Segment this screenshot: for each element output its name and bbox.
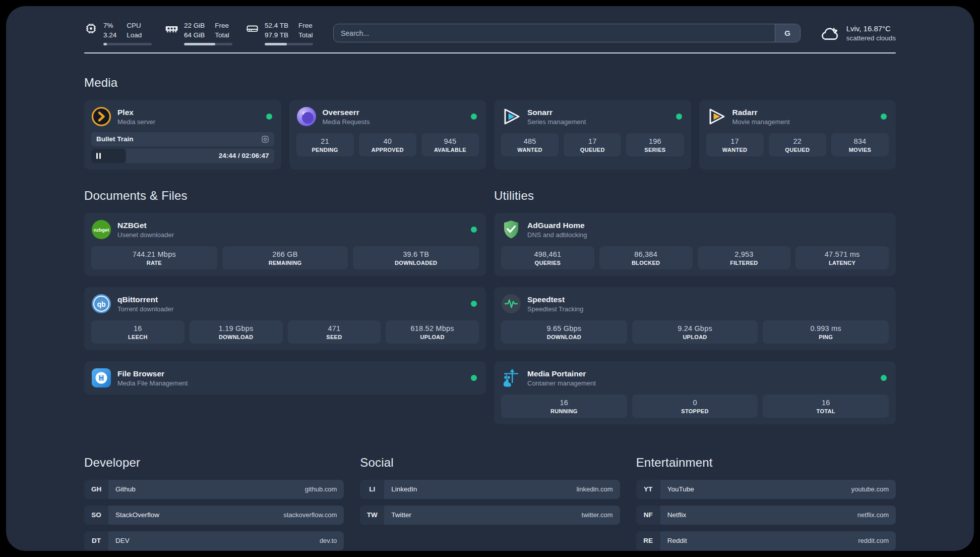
memory-progress-bar [184,43,232,45]
service-title: Media Portainer [527,369,875,378]
stat-label: QUEUED [771,147,824,153]
service-title: NZBGet [117,220,465,230]
stat-value: 744.21 Mbps [93,250,215,258]
service-card-sonarr[interactable]: Sonarr Series management 485 WANTED 17 Q… [494,100,691,170]
service-title: Radarr [732,107,875,117]
service-title: Overseerr [323,107,465,117]
bookmark-url: netflix.com [858,511,889,519]
status-online-dot [471,114,477,120]
stat-label: MOVIES [833,147,887,153]
service-card-overseerr[interactable]: Overseerr Media Requests 21 PENDING 40 A… [289,100,486,170]
service-subtitle: Torrent downloader [117,305,465,313]
service-subtitle: Movie management [732,118,875,126]
service-card-nzbget[interactable]: nzbget NZBGet Usenet downloader 744.21 M… [84,213,486,276]
service-title: AdGuard Home [527,220,889,230]
stat-value: 47.571 ms [798,250,887,258]
stat-label: WANTED [503,147,557,153]
bookmark-linkedin[interactable]: LI LinkedIn linkedin.com [360,480,620,499]
service-subtitle: Usenet downloader [117,231,465,239]
service-card-adguard[interactable]: AdGuard Home DNS and adblocking 498,461 … [494,213,896,276]
bookmark-github[interactable]: GH Github github.com [84,480,344,499]
stat-tile: 0.993 ms PING [763,320,889,344]
section-title-developer: Developer [84,456,344,470]
stat-tile: 16 TOTAL [763,395,889,418]
now-playing-title: Bullet Train [96,135,257,143]
memory-total-label: Total [215,31,229,40]
status-online-dot [881,375,887,381]
bookmark-abbr: LI [360,480,384,499]
bookmark-reddit[interactable]: RE Reddit reddit.com [636,531,896,550]
bookmark-twitter[interactable]: TW Twitter twitter.com [360,506,620,525]
memory-stat-widget: 22 GiB 64 GiB Free Total [165,21,232,45]
bookmark-url: stackoverflow.com [283,511,337,519]
camera-icon [261,135,269,143]
status-online-dot [881,114,887,120]
stat-value: 834 [833,137,887,145]
stat-tile: 744.21 Mbps RATE [91,246,217,269]
media-grid: Plex Media server Bullet Train [84,100,896,170]
cpu-stat-widget: 7% 3.24 CPU Load [84,21,152,45]
stat-tile: 16 RUNNING [501,395,627,418]
stat-value: 498,461 [503,250,592,258]
bookmark-netflix[interactable]: NF Netflix netflix.com [636,506,896,525]
bookmark-stackoverflow[interactable]: SO StackOverflow stackoverflow.com [84,506,344,525]
service-card-speedtest[interactable]: Speedtest Speedtest Tracking 9.65 Gbps D… [494,287,896,350]
cpu-load-label: Load [127,31,142,40]
service-title: qBittorrent [117,295,465,304]
stat-value: 0.993 ms [765,324,887,332]
stat-label: PING [765,334,887,340]
bookmark-dev[interactable]: DT DEV dev.to [84,531,344,550]
stat-label: RUNNING [503,408,625,414]
stat-value: 9.65 Gbps [503,324,625,332]
search-input[interactable] [334,24,775,42]
stat-label: TOTAL [765,408,887,414]
disk-free-value: 52.4 TB [265,21,288,31]
bookmark-name: Reddit [667,537,687,544]
stat-label: DOWNLOAD [192,334,281,340]
stat-tile: 21 PENDING [296,133,354,156]
stat-value: 16 [93,324,182,332]
service-card-qbittorrent[interactable]: qb qBittorrent Torrent downloader 16 LEE… [84,287,486,350]
radarr-logo-icon [706,106,726,127]
pause-icon[interactable] [96,153,101,159]
stat-value: 0 [634,399,756,407]
service-card-plex[interactable]: Plex Media server Bullet Train [84,100,281,170]
bookmark-url: twitter.com [582,511,613,519]
cpu-label: CPU [127,21,142,31]
speedtest-logo-icon [501,294,521,314]
stat-tile: 86,384 BLOCKED [599,246,693,269]
stat-label: RATE [93,260,215,266]
stat-label: SEED [290,334,379,340]
bookmark-youtube[interactable]: YT YouTube youtube.com [636,480,896,499]
weather-widget[interactable]: Lviv, 16.87°C scattered clouds [820,23,896,43]
stat-label: UPLOAD [634,334,756,340]
search-engine-button[interactable]: G [775,24,800,42]
bookmark-name: LinkedIn [391,485,417,493]
service-card-portainer[interactable]: Media Portainer Container management 16 … [494,361,896,424]
stat-value: 485 [503,137,557,145]
stat-value: 618.52 Mbps [388,324,477,332]
stat-value: 945 [423,137,477,145]
playback-progress-bar[interactable]: 24:44 / 02:06:47 [91,149,274,163]
disk-icon [246,22,259,35]
memory-total-value: 64 GiB [184,31,205,40]
stat-label: APPROVED [361,147,414,153]
service-card-radarr[interactable]: Radarr Movie management 17 WANTED 22 QUE… [699,100,896,170]
section-title-media: Media [84,76,896,90]
service-subtitle: Series management [527,118,670,126]
documents-column: Documents & Files nzbget NZBGet U [84,189,486,424]
disk-total-label: Total [298,31,313,40]
plex-logo-icon [91,106,111,127]
stat-label: WANTED [708,147,762,153]
cpu-load-value: 3.24 [103,31,116,40]
service-card-filebrowser[interactable]: File Browser Media File Management [84,361,486,395]
stat-tile: 1.19 Gbps DOWNLOAD [190,320,283,344]
stat-label: DOWNLOAD [503,334,625,340]
stat-tile: 498,461 QUERIES [501,246,594,269]
bookmark-url: youtube.com [851,485,889,493]
cpu-usage-value: 7% [103,21,116,31]
status-online-dot [471,375,477,381]
memory-free-label: Free [215,21,229,31]
stat-label: BLOCKED [601,260,691,266]
service-title: Sonarr [527,107,670,117]
